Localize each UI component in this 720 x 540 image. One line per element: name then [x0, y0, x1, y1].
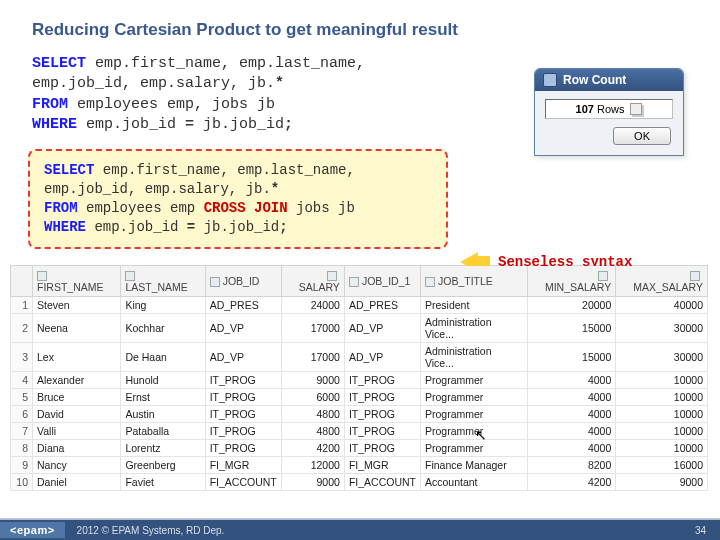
cell-last-name: Greenberg — [121, 456, 205, 473]
cell-job-id-1: AD_PRES — [344, 296, 420, 313]
row-index: 2 — [11, 313, 33, 342]
column-icon — [125, 271, 135, 281]
table-row[interactable]: 1StevenKingAD_PRES24000AD_PRESPresident2… — [11, 296, 708, 313]
cell-last-name: Pataballa — [121, 422, 205, 439]
sql-text: emp.job_id, emp.salary, jb. — [44, 181, 271, 197]
cell-min-salary: 8200 — [528, 456, 616, 473]
cell-last-name: Ernst — [121, 388, 205, 405]
cell-max-salary: 10000 — [616, 439, 708, 456]
cell-min-salary: 4000 — [528, 371, 616, 388]
copyright-text: 2012 © EPAM Systems, RD Dep. — [77, 525, 695, 536]
kw-cross-join: CROSS JOIN — [204, 200, 288, 216]
cell-first-name: Neena — [33, 313, 121, 342]
table-row[interactable]: 3LexDe HaanAD_VP17000AD_VPAdministration… — [11, 342, 708, 371]
cell-first-name: Daniel — [33, 473, 121, 490]
sql-query-2: SELECT emp.first_name, emp.last_name, em… — [42, 161, 434, 237]
cell-job-title: Finance Manager — [420, 456, 527, 473]
col-min-salary[interactable]: MIN_SALARY — [528, 265, 616, 296]
cell-min-salary: 4000 — [528, 422, 616, 439]
cell-max-salary: 9000 — [616, 473, 708, 490]
row-index: 7 — [11, 422, 33, 439]
col-label: JOB_ID_1 — [362, 275, 410, 287]
row-index: 9 — [11, 456, 33, 473]
row-index: 3 — [11, 342, 33, 371]
kw-select: SELECT — [44, 162, 94, 178]
table-row[interactable]: 2NeenaKochharAD_VP17000AD_VPAdministrati… — [11, 313, 708, 342]
col-job-id-1[interactable]: JOB_ID_1 — [344, 265, 420, 296]
grid-icon — [543, 73, 557, 87]
cell-job-id-1: IT_PROG — [344, 371, 420, 388]
op-semi: ; — [279, 219, 287, 235]
cell-salary: 6000 — [281, 388, 344, 405]
table-row[interactable]: 8DianaLorentzIT_PROG4200IT_PROGProgramme… — [11, 439, 708, 456]
cell-job-id: AD_VP — [205, 342, 281, 371]
cell-job-id-1: FI_ACCOUNT — [344, 473, 420, 490]
cell-min-salary: 4000 — [528, 405, 616, 422]
column-icon — [690, 271, 700, 281]
dialog-titlebar: Row Count — [535, 69, 683, 91]
footer: <epam> 2012 © EPAM Systems, RD Dep. 34 — [0, 520, 720, 540]
kw-where: WHERE — [44, 219, 86, 235]
dialog-title: Row Count — [563, 73, 626, 87]
col-label: FIRST_NAME — [37, 281, 104, 293]
col-salary[interactable]: SALARY — [281, 265, 344, 296]
epam-logo: <epam> — [0, 522, 65, 538]
result-table: FIRST_NAME LAST_NAME JOB_ID SALARY JOB_I… — [10, 265, 708, 491]
table-row[interactable]: 7ValliPataballaIT_PROG4800IT_PROGProgram… — [11, 422, 708, 439]
cell-job-id: IT_PROG — [205, 405, 281, 422]
cell-job-id: AD_VP — [205, 313, 281, 342]
sql-text: employees emp, jobs jb — [68, 96, 275, 113]
sql-text: employees emp — [78, 200, 204, 216]
cell-salary: 17000 — [281, 342, 344, 371]
row-index: 6 — [11, 405, 33, 422]
kw-from: FROM — [32, 96, 68, 113]
table-row[interactable]: 10DanielFavietFI_ACCOUNT9000FI_ACCOUNTAc… — [11, 473, 708, 490]
col-max-salary[interactable]: MAX_SALARY — [616, 265, 708, 296]
cell-job-id: IT_PROG — [205, 388, 281, 405]
sql-text: emp.first_name, emp.last_name, — [86, 55, 365, 72]
cell-job-id-1: AD_VP — [344, 342, 420, 371]
col-label: LAST_NAME — [125, 281, 187, 293]
cell-max-salary: 10000 — [616, 371, 708, 388]
sql-text: emp.job_id — [86, 219, 187, 235]
row-index: 1 — [11, 296, 33, 313]
copy-icon[interactable] — [630, 103, 642, 115]
cell-max-salary: 16000 — [616, 456, 708, 473]
cell-job-id: FI_MGR — [205, 456, 281, 473]
row-count-value: 107 Rows — [545, 99, 673, 119]
table-row[interactable]: 9NancyGreenbergFI_MGR12000FI_MGRFinance … — [11, 456, 708, 473]
cell-job-id: IT_PROG — [205, 439, 281, 456]
cell-job-title: Administration Vice... — [420, 342, 527, 371]
column-icon — [598, 271, 608, 281]
sql-text: emp.job_id, emp.salary, jb. — [32, 75, 275, 92]
column-icon — [349, 277, 359, 287]
col-job-id[interactable]: JOB_ID — [205, 265, 281, 296]
cell-job-title: Programmer — [420, 371, 527, 388]
ok-button[interactable]: OK — [613, 127, 671, 145]
cell-last-name: Kochhar — [121, 313, 205, 342]
cell-job-id-1: IT_PROG — [344, 388, 420, 405]
col-job-title[interactable]: JOB_TITLE — [420, 265, 527, 296]
sql-text: emp.job_id — [77, 116, 185, 133]
col-first-name[interactable]: FIRST_NAME — [33, 265, 121, 296]
cell-first-name: David — [33, 405, 121, 422]
cell-last-name: Hunold — [121, 371, 205, 388]
cell-job-id: IT_PROG — [205, 371, 281, 388]
cell-max-salary: 30000 — [616, 313, 708, 342]
table-header-row: FIRST_NAME LAST_NAME JOB_ID SALARY JOB_I… — [11, 265, 708, 296]
table-row[interactable]: 4AlexanderHunoldIT_PROG9000IT_PROGProgra… — [11, 371, 708, 388]
cell-first-name: Bruce — [33, 388, 121, 405]
cell-salary: 17000 — [281, 313, 344, 342]
sql-text: emp.first_name, emp.last_name, — [94, 162, 354, 178]
op-star: * — [275, 75, 284, 92]
cell-job-id-1: FI_MGR — [344, 456, 420, 473]
cell-job-title: President — [420, 296, 527, 313]
slide-title: Reducing Cartesian Product to get meanin… — [0, 0, 720, 54]
op-star: * — [271, 181, 279, 197]
table-row[interactable]: 5BruceErnstIT_PROG6000IT_PROGProgrammer4… — [11, 388, 708, 405]
cell-first-name: Alexander — [33, 371, 121, 388]
table-row[interactable]: 6DavidAustinIT_PROG4800IT_PROGProgrammer… — [11, 405, 708, 422]
col-label: MIN_SALARY — [545, 281, 611, 293]
header-index[interactable] — [11, 265, 33, 296]
col-last-name[interactable]: LAST_NAME — [121, 265, 205, 296]
